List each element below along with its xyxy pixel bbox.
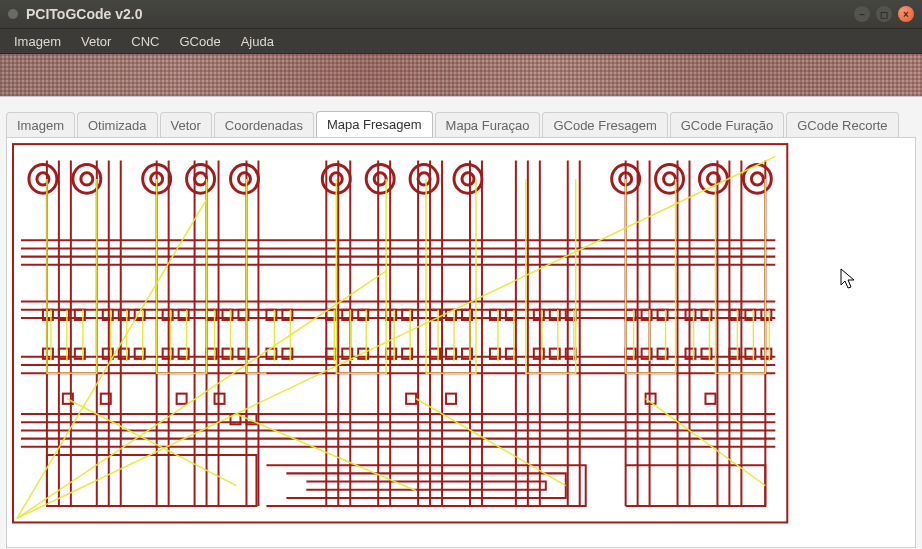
pcb-banner-image — [0, 54, 922, 97]
close-button[interactable]: × — [898, 6, 914, 22]
tab-otimizada[interactable]: Otimizada — [77, 112, 158, 138]
tab-mapa-furacao[interactable]: Mapa Furaçao — [435, 112, 541, 138]
svg-rect-101 — [406, 394, 416, 404]
svg-rect-102 — [446, 394, 456, 404]
tab-gcode-fresagem[interactable]: GCode Fresagem — [542, 112, 667, 138]
svg-rect-97 — [177, 394, 187, 404]
menu-bar: Imagem Vetor CNC GCode Ajuda — [0, 29, 922, 54]
svg-point-4 — [81, 173, 93, 185]
menu-cnc[interactable]: CNC — [123, 32, 167, 51]
svg-point-26 — [751, 173, 763, 185]
menu-imagem[interactable]: Imagem — [6, 32, 69, 51]
menu-ajuda[interactable]: Ajuda — [233, 32, 282, 51]
tab-coordenadas[interactable]: Coordenadas — [214, 112, 314, 138]
pcb-svg — [7, 138, 915, 547]
tab-mapa-fresagem[interactable]: Mapa Fresagem — [316, 111, 433, 137]
svg-point-16 — [418, 173, 430, 185]
svg-point-17 — [454, 165, 482, 194]
svg-point-1 — [29, 165, 57, 194]
tab-gcode-recorte[interactable]: GCode Recorte — [786, 112, 898, 138]
svg-point-10 — [238, 173, 250, 185]
window-title: PCIToGCode v2.0 — [26, 6, 854, 22]
svg-point-14 — [374, 173, 386, 185]
tab-imagem[interactable]: Imagem — [6, 112, 75, 138]
svg-point-21 — [656, 165, 684, 194]
app-icon — [8, 9, 18, 19]
svg-point-7 — [187, 165, 215, 194]
menu-vetor[interactable]: Vetor — [73, 32, 119, 51]
svg-point-8 — [195, 173, 207, 185]
svg-point-22 — [664, 173, 676, 185]
window-titlebar: PCIToGCode v2.0 – ◻ × — [0, 0, 922, 29]
tab-bar: Imagem Otimizada Vetor Coordenadas Mapa … — [0, 97, 922, 137]
svg-point-15 — [410, 165, 438, 194]
minimize-button[interactable]: – — [854, 6, 870, 22]
maximize-button[interactable]: ◻ — [876, 6, 892, 22]
milling-map-canvas[interactable] — [6, 137, 916, 548]
svg-point-9 — [231, 165, 259, 194]
tab-gcode-furacao[interactable]: GCode Furação — [670, 112, 785, 138]
svg-point-23 — [699, 165, 727, 194]
tab-vetor[interactable]: Vetor — [160, 112, 212, 138]
svg-point-18 — [462, 173, 474, 185]
svg-rect-104 — [705, 394, 715, 404]
window-controls: – ◻ × — [854, 6, 914, 22]
menu-gcode[interactable]: GCode — [172, 32, 229, 51]
